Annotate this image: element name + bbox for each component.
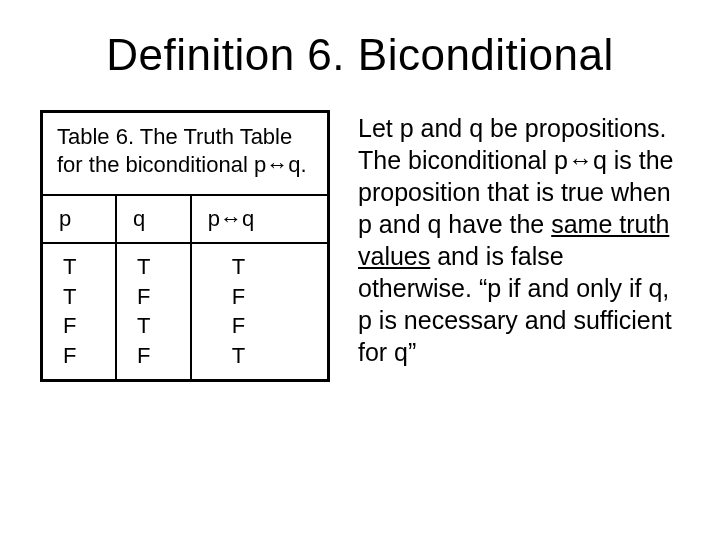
- definition-text: Let p and q be propositions. The bicondi…: [358, 110, 680, 368]
- val: F: [137, 282, 184, 312]
- content-row: Table 6. The Truth Table for the bicondi…: [40, 110, 680, 382]
- val: F: [232, 311, 321, 341]
- caption-text-post: q.: [288, 152, 306, 177]
- page-title: Definition 6. Biconditional: [40, 30, 680, 80]
- slide: Definition 6. Biconditional Table 6. The…: [0, 0, 720, 540]
- cell-q: T F T F: [116, 243, 191, 380]
- biconditional-arrow-icon: ↔: [220, 206, 242, 231]
- cell-p: T T F F: [42, 243, 117, 380]
- biconditional-arrow-icon: ↔: [266, 152, 288, 177]
- val: T: [63, 282, 109, 312]
- val: T: [232, 341, 321, 371]
- val: T: [137, 311, 184, 341]
- cell-pq: T F F T: [191, 243, 329, 380]
- header-p: p: [42, 195, 117, 243]
- table-data-row: T T F F T F T F T F F T: [42, 243, 329, 380]
- truth-table: Table 6. The Truth Table for the bicondi…: [40, 110, 330, 382]
- val: T: [137, 252, 184, 282]
- val: T: [63, 252, 109, 282]
- header-pq: p↔q: [191, 195, 329, 243]
- val: F: [137, 341, 184, 371]
- header-pq-post: q: [242, 206, 254, 231]
- header-pq-pre: p: [208, 206, 220, 231]
- val: T: [232, 252, 321, 282]
- header-q: q: [116, 195, 191, 243]
- caption-text-pre: Table 6. The Truth Table for the bicondi…: [57, 124, 292, 177]
- val: F: [63, 311, 109, 341]
- table-caption-row: Table 6. The Truth Table for the bicondi…: [42, 112, 329, 196]
- table-header-row: p q p↔q: [42, 195, 329, 243]
- val: F: [63, 341, 109, 371]
- val: F: [232, 282, 321, 312]
- table-caption: Table 6. The Truth Table for the bicondi…: [42, 112, 329, 196]
- biconditional-arrow-icon: ↔: [568, 146, 593, 174]
- truth-table-wrapper: Table 6. The Truth Table for the bicondi…: [40, 110, 330, 382]
